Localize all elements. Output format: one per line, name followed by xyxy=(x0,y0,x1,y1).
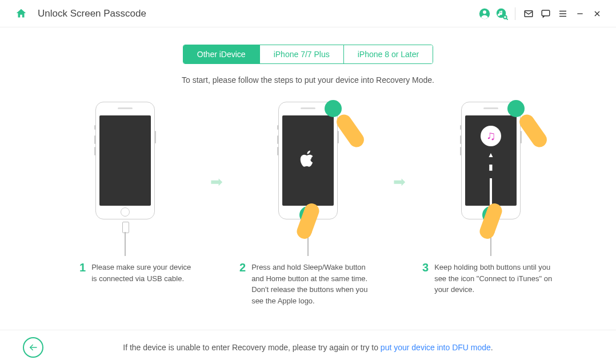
steps-row: 1 Please make sure your device is connec… xyxy=(0,102,616,306)
phone-illustration-1 xyxy=(95,102,155,219)
device-tabs: Other iDevice iPhone 7/7 Plus iPhone 8 o… xyxy=(183,45,433,64)
tab-other-idevice[interactable]: Other iDevice xyxy=(183,45,259,63)
phone-illustration-3: ♫ ▲ ▮ xyxy=(461,102,521,219)
arrow-up-icon: ▲ xyxy=(487,151,494,159)
main-content: Other iDevice iPhone 7/7 Plus iPhone 8 o… xyxy=(0,27,616,306)
mail-icon[interactable] xyxy=(520,5,537,22)
footer-post: . xyxy=(491,343,493,352)
home-icon[interactable] xyxy=(13,5,30,22)
app-header: Unlock Screen Passcode xyxy=(0,0,616,27)
account-icon[interactable] xyxy=(476,5,493,22)
svg-point-1 xyxy=(483,10,486,14)
header-divider xyxy=(515,7,515,20)
phone-illustration-2 xyxy=(278,102,338,219)
close-icon[interactable] xyxy=(589,5,606,22)
step-number: 3 xyxy=(422,262,429,295)
feedback-icon[interactable] xyxy=(537,5,554,22)
page-title: Unlock Screen Passcode xyxy=(38,8,146,19)
itunes-icon: ♫ xyxy=(481,126,501,146)
footer-pre: If the device is unable to enter Recover… xyxy=(123,343,381,352)
arrow-right-icon: ➡ xyxy=(393,173,406,191)
step-description: Keep holding both buttons until you see … xyxy=(434,262,559,295)
back-button[interactable] xyxy=(23,337,43,358)
minimize-icon[interactable] xyxy=(571,5,589,22)
step-description: Press and hold Sleep/Wake button and Hom… xyxy=(251,262,377,306)
step-2: 2 Press and hold Sleep/Wake button and H… xyxy=(234,102,382,306)
svg-rect-6 xyxy=(542,10,550,16)
step-number: 1 xyxy=(79,262,86,284)
tab-iphone8[interactable]: iPhone 8 or Later xyxy=(343,45,433,63)
instruction-text: To start, please follow the steps to put… xyxy=(0,75,616,85)
step-number: 2 xyxy=(239,262,246,306)
step-description: Please make sure your device is connecte… xyxy=(91,262,194,284)
step-1: 1 Please make sure your device is connec… xyxy=(51,102,199,284)
menu-icon[interactable] xyxy=(554,5,571,22)
music-search-icon[interactable] xyxy=(493,5,510,22)
apple-logo-icon xyxy=(299,149,317,173)
arrow-right-icon: ➡ xyxy=(210,173,223,191)
footer-text: If the device is unable to enter Recover… xyxy=(43,343,573,352)
footer: If the device is unable to enter Recover… xyxy=(0,330,616,364)
tab-iphone7[interactable]: iPhone 7/7 Plus xyxy=(259,45,343,63)
plug-icon: ▮ xyxy=(489,162,493,171)
step-3: ♫ ▲ ▮ 3 Keep holding both buttons until … xyxy=(417,102,565,295)
usb-cable-icon xyxy=(122,222,128,256)
svg-line-4 xyxy=(506,18,507,19)
dfu-mode-link[interactable]: put your device into DFU mode xyxy=(381,343,491,352)
